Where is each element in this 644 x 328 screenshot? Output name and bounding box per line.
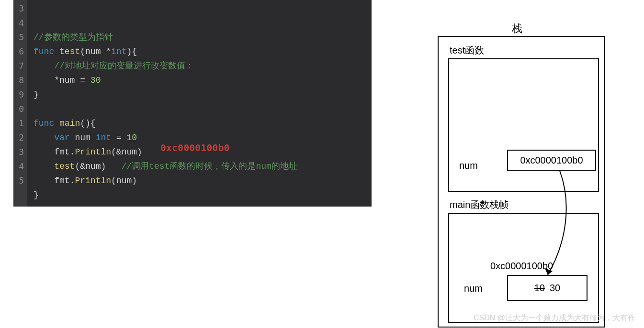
line-num: 4 xyxy=(13,16,24,30)
keyword-func: func xyxy=(34,47,54,56)
watermark: CSDN @汪大为一个致力成为大有修为，大有作 xyxy=(474,313,635,323)
main-num-label: num xyxy=(464,283,483,294)
line-num: 3 xyxy=(13,1,24,16)
line-num: 2 xyxy=(13,131,24,145)
address-annotation: 0xc0000100b0 xyxy=(160,142,230,153)
fn-main: main xyxy=(59,119,80,128)
line-gutter: 3 4 5 6 7 8 9 0 1 2 3 4 5 xyxy=(13,0,27,207)
test-frame-label: test函数 xyxy=(450,44,484,57)
brace: } xyxy=(34,90,39,99)
type-int: int xyxy=(96,133,111,142)
test-num-value: 0xc0000100b0 xyxy=(507,150,596,171)
keyword-var: var xyxy=(54,133,69,142)
line-num: 5 xyxy=(13,30,24,44)
line-num: 0 xyxy=(13,102,24,116)
literal-10: 10 xyxy=(126,133,137,142)
test-num-label: num xyxy=(459,160,478,171)
line-num: 4 xyxy=(13,159,24,174)
line-num: 9 xyxy=(13,87,24,102)
main-num-value: 10 30 xyxy=(507,275,588,301)
call-test: test xyxy=(54,162,75,171)
line-num: 7 xyxy=(13,59,24,73)
line-num: 1 xyxy=(13,116,24,131)
comment: //调用test函数的时候，传入的是num的地址 xyxy=(122,162,297,171)
literal-30: 30 xyxy=(90,76,101,85)
test-frame-box xyxy=(448,58,599,192)
new-value-30: 30 xyxy=(550,283,560,294)
code-editor: 3 4 5 6 7 8 9 0 1 2 3 4 5 //参数的类型为指针 fun… xyxy=(13,0,372,207)
comment: //对地址对应的变量进行改变数值： xyxy=(54,61,194,71)
main-frame-label: main函数栈帧 xyxy=(450,198,508,211)
code-body: //参数的类型为指针 func test(num *int){ //对地址对应的… xyxy=(27,0,372,207)
deref-assign: *num = xyxy=(54,76,90,85)
fn-test: test xyxy=(59,47,80,56)
line-num: 3 xyxy=(13,145,24,159)
main-address-label: 0xc0000100b0 xyxy=(490,261,553,272)
line-num: 5 xyxy=(13,174,24,188)
brace: } xyxy=(34,190,39,200)
old-value-10: 10 xyxy=(534,283,545,294)
keyword-func: func xyxy=(34,119,54,128)
type-int: int xyxy=(111,47,126,56)
line-num: 6 xyxy=(13,44,24,59)
stack-title: 栈 xyxy=(512,22,522,36)
comment: //参数的类型为指针 xyxy=(34,33,113,42)
line-num: 8 xyxy=(13,73,24,87)
stack-diagram: 栈 test函数 num 0xc0000100b0 main函数栈帧 0xc00… xyxy=(428,22,615,323)
